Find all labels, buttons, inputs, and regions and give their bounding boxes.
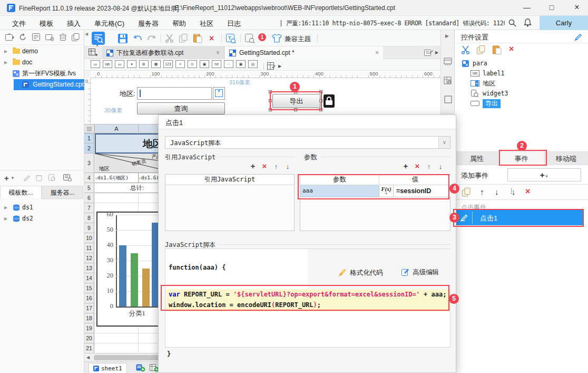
paste-icon[interactable] <box>193 33 202 43</box>
menu-log[interactable]: 日志 <box>220 16 248 32</box>
selection-handle[interactable] <box>269 108 272 111</box>
add-grid-sheet-icon[interactable] <box>136 364 145 372</box>
row-header[interactable]: 8 <box>84 213 94 223</box>
report-edit-icon[interactable] <box>267 62 276 70</box>
widget-toolbar-icon[interactable]: ⊙ <box>188 60 197 68</box>
widget-toolbar-icon[interactable]: ▭ <box>115 60 124 68</box>
selection-handle[interactable] <box>269 90 272 93</box>
delete-icon[interactable]: × <box>209 34 214 43</box>
preview-icon[interactable] <box>245 34 255 43</box>
column-header-a[interactable]: A <box>95 125 139 133</box>
close-tab-icon[interactable]: × <box>375 46 379 59</box>
maximize-button[interactable]: □ <box>544 0 560 16</box>
code-line-1[interactable]: var REPORT_URL = '${servletURL}?op=expor… <box>166 289 450 300</box>
sort-down-icon[interactable]: ↓ <box>512 187 516 196</box>
expand-right-icon[interactable]: ▶ <box>435 50 438 55</box>
delete-icon[interactable]: × <box>259 161 270 170</box>
selection-handle[interactable] <box>294 108 297 111</box>
widget-toolbar-icon[interactable]: ··· <box>224 60 233 68</box>
row-header[interactable]: 5 <box>84 183 94 193</box>
float-element-icon[interactable] <box>444 95 452 103</box>
copy-icon[interactable] <box>477 45 485 54</box>
file-view-icon[interactable] <box>32 33 41 41</box>
code-editor[interactable]: function(aaa) { 格式化代码 高级编辑 var REPORT_UR… <box>165 248 450 348</box>
expander-icon[interactable]: ▶ <box>4 202 7 213</box>
cell-attr-icon[interactable]: i <box>444 76 452 85</box>
minimize-button[interactable]: — <box>519 0 535 16</box>
tree-item-region[interactable]: ▼ 地区 <box>455 79 588 89</box>
menu-file[interactable]: 文件 <box>5 16 33 32</box>
row-header[interactable]: 7 <box>84 203 94 213</box>
tab-gettingstarted[interactable]: GettingStarted.cpt * × <box>225 46 383 59</box>
move-up-icon[interactable]: ↑ <box>423 162 435 170</box>
user-account[interactable]: Carly <box>540 16 588 30</box>
widget-manage-icon[interactable] <box>444 58 452 66</box>
expand-right-icon[interactable]: ▶ <box>278 64 281 69</box>
selection-handle[interactable] <box>269 99 272 102</box>
tab-dropdown-template[interactable]: 下拉复选框参数联动.cpt × <box>102 46 224 59</box>
row-header[interactable]: 13 <box>84 263 94 273</box>
data-connection-icon[interactable] <box>63 174 72 181</box>
menu-server[interactable]: 服务器 <box>131 16 165 32</box>
copy-file-icon[interactable] <box>72 33 80 41</box>
row-header[interactable]: 12 <box>84 253 94 263</box>
menu-help[interactable]: 帮助 <box>165 16 193 32</box>
undo-icon[interactable] <box>133 34 143 43</box>
move-up-icon[interactable]: ↑ <box>270 162 282 170</box>
widget-toolbar-icon[interactable]: ⊞ <box>139 60 149 68</box>
file-tree-item-fvs[interactable]: 第一张FVS模板.fvs <box>0 68 84 79</box>
dataset-item-ds1[interactable]: ▶ ds1 <box>0 202 84 213</box>
expander-icon[interactable]: ▶ <box>4 46 7 57</box>
select-all-corner[interactable] <box>84 125 95 133</box>
menu-insert[interactable]: 插入 <box>60 16 87 32</box>
add-event-button[interactable]: +▼ <box>507 168 581 181</box>
event-item-click1[interactable]: 点击1 <box>456 210 583 225</box>
widget-toolbar-icon[interactable]: ▾ <box>127 60 136 68</box>
row-header[interactable]: 19 <box>84 323 94 333</box>
tab-server-data[interactable]: 服务器... <box>42 186 83 199</box>
file-tree-item-demo[interactable]: ▶ demo <box>0 46 84 57</box>
new-folder-icon[interactable] <box>5 33 14 41</box>
close-tab-icon[interactable]: × <box>216 46 220 59</box>
move-down-icon[interactable]: ↓ <box>495 187 499 196</box>
add-icon[interactable]: + <box>247 161 259 170</box>
param-value-input[interactable]: =sessionID <box>394 185 451 197</box>
format-code-button[interactable]: 格式化代码 <box>338 268 383 278</box>
row-header[interactable]: 10 <box>84 233 94 243</box>
expander-icon[interactable]: ▶ <box>4 57 7 68</box>
file-tree-item-doc[interactable]: ▶ doc <box>0 57 84 68</box>
message-count-badge[interactable]: 1 <box>258 33 266 41</box>
widget-toolbar-icon[interactable]: ▣ <box>200 60 209 68</box>
row-header[interactable]: 9 <box>84 223 94 233</box>
row-header[interactable]: 21 <box>84 343 94 353</box>
widget-toolbar-icon[interactable]: txt <box>212 60 221 68</box>
tree-item-para[interactable]: para <box>455 59 588 69</box>
delete-icon[interactable]: × <box>411 161 423 170</box>
refresh-icon[interactable] <box>19 33 27 41</box>
row-header[interactable]: 16 <box>84 293 94 303</box>
region-input[interactable] <box>137 87 212 100</box>
edit-pencil-icon[interactable] <box>575 33 582 41</box>
move-down-icon[interactable]: ↓ <box>435 162 446 170</box>
collapse-sidebar-icon[interactable]: ◀ <box>85 32 88 36</box>
tab-events[interactable]: 事件 <box>499 152 544 166</box>
tab-template-data[interactable]: 模板数... <box>0 186 42 199</box>
row-header[interactable]: 6 <box>84 193 94 203</box>
delete-trash-icon[interactable] <box>60 33 66 41</box>
region-dropdown-button[interactable]: ▼ <box>213 87 225 100</box>
move-down-icon[interactable]: ↓ <box>282 162 293 170</box>
cut-icon[interactable] <box>165 34 174 43</box>
widget-toolbar-icon[interactable]: ▣ <box>236 60 246 68</box>
cell-a4[interactable]: ↓ds1.G(地区) <box>95 173 139 183</box>
widget-toolbar-icon[interactable]: 123 <box>163 60 173 68</box>
file-tree-item-gettingstarted[interactable]: GettingStarted.cpt <box>14 79 84 90</box>
paste-icon[interactable] <box>493 45 502 55</box>
menu-community[interactable]: 社区 <box>193 16 220 32</box>
tree-item-label1[interactable]: lab label1 <box>455 69 588 79</box>
code-highlight-area[interactable]: var REPORT_URL = '${servletURL}?op=expor… <box>166 289 450 311</box>
more-templates-icon[interactable] <box>424 49 433 57</box>
copy-icon[interactable] <box>179 34 188 43</box>
chart-bar[interactable] <box>119 245 126 307</box>
row-header[interactable]: 1 <box>84 133 94 144</box>
parameter-table[interactable]: 参数 值 aaa F(x) ▼ =sessionID <box>300 174 450 231</box>
